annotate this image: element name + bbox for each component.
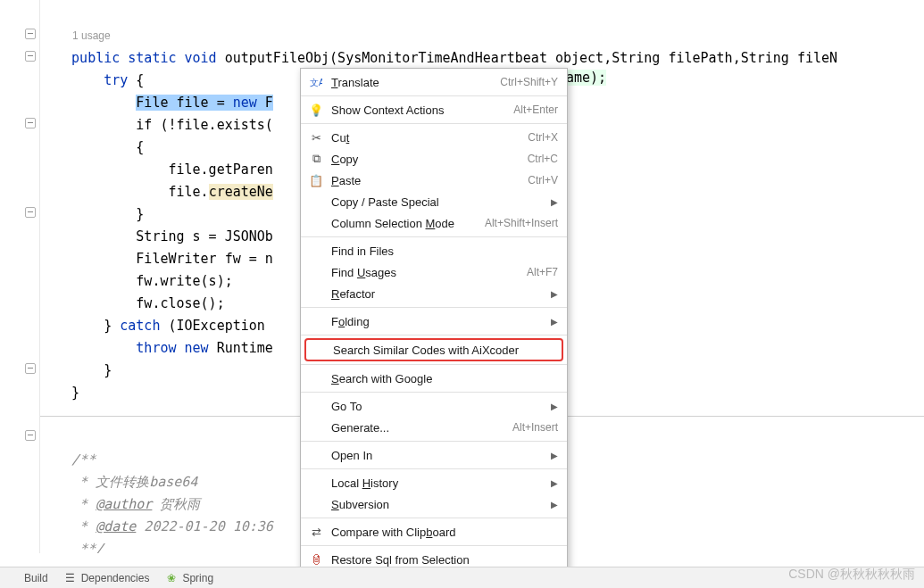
editor-area: 1 usage public static void outputFileObj… <box>0 0 924 553</box>
menu-shortcut: Alt+F7 <box>527 266 558 278</box>
menu-separator <box>301 335 567 335</box>
dependencies-icon: ☰ <box>64 572 77 584</box>
gutter-fold-icon[interactable] <box>25 51 36 62</box>
menu-separator <box>301 545 567 546</box>
code-keyword: public static void <box>71 50 217 66</box>
compare-icon: ⇄ <box>308 525 324 539</box>
menu-separator <box>301 307 567 308</box>
code-after-menu: ame); <box>566 70 606 86</box>
menu-copy[interactable]: ⧉ Copy Ctrl+C <box>301 148 567 170</box>
watermark: CSDN @秋秋秋秋秋雨 <box>788 567 915 583</box>
doc-close: **/ <box>79 541 104 553</box>
tool-label: Build <box>24 572 48 584</box>
menu-label: Restore Sql from Selection <box>331 553 558 567</box>
menu-shortcut: Ctrl+C <box>528 153 558 165</box>
code-text: if (!file.exists( <box>136 117 273 133</box>
menu-separator <box>301 364 567 365</box>
menu-shortcut: Ctrl+X <box>528 131 558 144</box>
code-text: (IOException <box>160 318 272 334</box>
usage-hint[interactable]: 1 usage <box>47 29 111 42</box>
menu-local-history[interactable]: Local History ▶ <box>301 472 567 493</box>
menu-paste[interactable]: 📋 Paste Ctrl+V <box>301 170 567 191</box>
menu-open-in[interactable]: Open In ▶ <box>301 444 567 466</box>
method-params: (SysMonitorTimeAndHeartbeat object,Strin… <box>329 50 837 66</box>
gutter-fold-icon[interactable] <box>25 207 36 218</box>
menu-label: Copy / Paste Special <box>331 195 544 209</box>
database-icon: 🛢 <box>308 552 324 567</box>
menu-separator <box>301 392 567 393</box>
chevron-right-icon: ▶ <box>551 317 558 327</box>
menu-label: Find in Files <box>331 244 558 258</box>
code-text: Runtime <box>209 340 273 356</box>
copy-icon: ⧉ <box>308 152 324 166</box>
menu-separator <box>301 123 567 124</box>
translate-icon: 文A <box>308 75 324 89</box>
svg-text:文A: 文A <box>310 78 322 87</box>
gutter <box>0 0 40 553</box>
menu-find-usages[interactable]: Find Usages Alt+F7 <box>301 261 567 283</box>
menu-shortcut: Alt+Enter <box>513 104 558 116</box>
deprecated-method: createNe <box>209 184 273 200</box>
gutter-fold-icon[interactable] <box>25 363 36 374</box>
code-text: file. <box>168 184 208 200</box>
menu-label: Go To <box>331 400 544 413</box>
menu-separator <box>301 236 567 237</box>
tool-dependencies[interactable]: ☰ Dependencies <box>64 572 150 584</box>
gutter-fold-icon[interactable] <box>25 118 36 128</box>
doc-tag: @date <box>96 518 136 534</box>
doc-val: 贺秋雨 <box>152 496 200 512</box>
menu-refactor[interactable]: Refactor ▶ <box>301 283 567 304</box>
menu-generate[interactable]: Generate... Alt+Insert <box>301 417 567 438</box>
menu-translate[interactable]: 文A Translate Ctrl+Shift+Y <box>301 71 567 93</box>
tool-label: Spring <box>182 572 213 584</box>
code-text: String s = JSONOb <box>136 228 273 244</box>
chevron-right-icon: ▶ <box>551 500 558 509</box>
code-text: F <box>257 95 273 111</box>
menu-label: Search Similar Codes with AiXcoder <box>333 344 556 357</box>
doc-text: 文件转换base64 <box>96 474 197 490</box>
menu-find-in-files[interactable]: Find in Files <box>301 240 567 261</box>
menu-shortcut: Ctrl+V <box>528 174 558 186</box>
menu-label: Show Context Actions <box>331 104 504 117</box>
menu-label: Open In <box>331 449 544 462</box>
code-text: fw.close(); <box>136 295 224 311</box>
menu-aixcoder-search[interactable]: Search Similar Codes with AiXcoder <box>304 338 563 361</box>
menu-compare-clipboard[interactable]: ⇄ Compare with Clipboard <box>301 521 567 542</box>
chevron-right-icon: ▶ <box>551 451 558 460</box>
code-text: file.getParen <box>168 161 272 178</box>
menu-column-selection[interactable]: Column Selection Mode Alt+Shift+Insert <box>301 212 567 234</box>
tool-build[interactable]: Build <box>7 572 48 584</box>
chevron-right-icon: ▶ <box>551 478 558 488</box>
bulb-icon: 💡 <box>308 103 324 117</box>
menu-shortcut: Ctrl+Shift+Y <box>500 76 558 88</box>
doc-open: /** <box>71 451 96 468</box>
spring-icon: ❀ <box>165 572 178 584</box>
chevron-right-icon: ▶ <box>551 289 558 299</box>
gutter-method-icon[interactable] <box>25 29 36 39</box>
menu-separator <box>301 518 567 518</box>
gutter-fold-icon[interactable] <box>25 430 36 441</box>
scissors-icon: ✂ <box>308 130 324 145</box>
editor-context-menu: 文A Translate Ctrl+Shift+Y 💡 Show Context… <box>300 68 568 588</box>
tool-spring[interactable]: ❀ Spring <box>165 572 213 584</box>
code-keyword: catch <box>120 318 160 334</box>
menu-context-actions[interactable]: 💡 Show Context Actions Alt+Enter <box>301 99 567 120</box>
tool-window-bar: Build ☰ Dependencies ❀ Spring <box>0 567 924 588</box>
menu-separator <box>301 441 567 442</box>
chevron-right-icon: ▶ <box>551 402 558 411</box>
method-name: outputFileObj <box>225 50 329 66</box>
menu-separator <box>301 468 567 469</box>
code-keyword: throw new <box>136 340 208 356</box>
menu-shortcut: Alt+Insert <box>512 421 558 434</box>
menu-go-to[interactable]: Go To ▶ <box>301 395 567 417</box>
hammer-icon <box>7 572 20 584</box>
menu-shortcut: Alt+Shift+Insert <box>485 217 558 229</box>
menu-cut[interactable]: ✂ Cut Ctrl+X <box>301 127 567 148</box>
menu-separator <box>301 95 567 96</box>
menu-folding[interactable]: Folding ▶ <box>301 311 567 332</box>
tool-label: Dependencies <box>81 572 150 584</box>
menu-search-google[interactable]: Search with Google <box>301 368 567 389</box>
menu-subversion[interactable]: Subversion ▶ <box>301 493 567 515</box>
menu-copy-paste-special[interactable]: Copy / Paste Special ▶ <box>301 191 567 212</box>
menu-label: Generate... <box>331 421 504 435</box>
